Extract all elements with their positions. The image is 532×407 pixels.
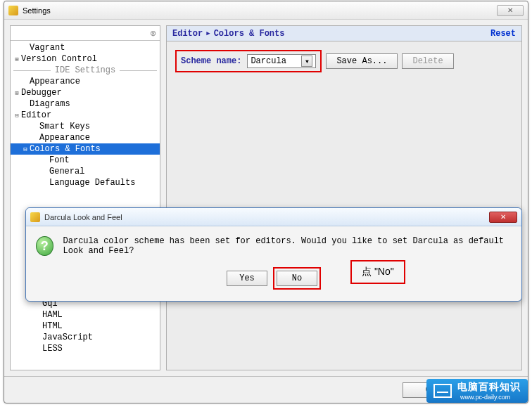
tree-item[interactable]: HAML: [11, 309, 160, 321]
settings-sidebar: ⊗ Vagrant ⊞Version Control IDE Settings …: [10, 25, 160, 370]
scheme-name-value: Darcula: [251, 56, 286, 66]
delete-button: Delete: [402, 53, 453, 69]
tree-item[interactable]: ⊞Debugger: [11, 87, 160, 98]
settings-tree[interactable]: Vagrant ⊞Version Control IDE Settings Ap…: [11, 41, 160, 370]
scheme-name-dropdown[interactable]: Darcula ▼: [247, 54, 316, 68]
no-button[interactable]: No: [277, 271, 317, 286]
monitor-icon: [433, 384, 452, 398]
tree-item[interactable]: JavaScript: [11, 332, 160, 343]
sidebar-search-row: ⊗: [11, 26, 160, 41]
question-icon: ?: [36, 236, 53, 256]
dialog-body: ? Darcula color scheme has been set for …: [26, 226, 521, 301]
watermark-url: www.pc-daily.com: [460, 394, 521, 401]
save-as-button[interactable]: Save As...: [326, 53, 398, 69]
tree-item[interactable]: ⊞Version Control: [11, 53, 160, 65]
tree-item-colors-fonts[interactable]: ⊟Colors & Fonts: [11, 143, 160, 155]
dialog-title: Darcula Look and Feel: [44, 213, 122, 221]
breadcrumb: Editor ▶ Colors & Fonts Reset: [167, 26, 521, 41]
window-close-button[interactable]: ✕: [497, 5, 524, 16]
tree-item[interactable]: Vagrant: [11, 42, 160, 53]
sidebar-search-input[interactable]: [13, 27, 148, 39]
tree-item[interactable]: Diagrams: [11, 98, 160, 110]
settings-window: Settings ✕ ⊗ Vagrant ⊞Version Control ID…: [4, 1, 528, 403]
tree-item[interactable]: ⊟Editor: [11, 110, 160, 121]
tree-item[interactable]: Smart Keys: [11, 121, 160, 132]
dialog-message: Darcula color scheme has been set for ed…: [63, 236, 512, 256]
titlebar: Settings ✕: [4, 1, 528, 20]
yes-button[interactable]: Yes: [227, 271, 267, 286]
highlight-scheme: Scheme name: Darcula ▼: [175, 50, 322, 72]
clear-search-icon[interactable]: ⊗: [148, 29, 157, 37]
chevron-right-icon: ▶: [206, 30, 210, 37]
confirm-dialog: Darcula Look and Feel ✕ ? Darcula color …: [25, 207, 522, 302]
tree-item[interactable]: Appearance: [11, 132, 160, 143]
scheme-row: Scheme name: Darcula ▼ Save As... Delete: [167, 41, 521, 81]
window-title: Settings: [23, 6, 51, 15]
breadcrumb-item[interactable]: Editor: [172, 29, 203, 39]
annotation-click-no: 点 "No": [350, 260, 405, 284]
tree-item[interactable]: Font: [11, 155, 160, 166]
reset-link[interactable]: Reset: [490, 29, 516, 39]
content-area: ⊗ Vagrant ⊞Version Control IDE Settings …: [4, 20, 528, 376]
app-icon: [30, 212, 40, 222]
tree-item[interactable]: General: [11, 166, 160, 177]
main-panel: Editor ▶ Colors & Fonts Reset Scheme nam…: [166, 25, 522, 370]
tree-item[interactable]: Appearance: [11, 76, 160, 87]
dialog-close-button[interactable]: ✕: [489, 212, 517, 223]
ide-settings-divider: IDE Settings: [11, 65, 160, 76]
app-icon: [8, 6, 18, 15]
breadcrumb-item: Colors & Fonts: [214, 29, 285, 39]
dialog-titlebar: Darcula Look and Feel ✕: [26, 208, 521, 226]
tree-item[interactable]: LESS: [11, 343, 160, 354]
chevron-down-icon[interactable]: ▼: [301, 56, 312, 67]
tree-item[interactable]: HTML: [11, 321, 160, 332]
watermark: 电脑百科知识 www.pc-daily.com: [426, 379, 528, 403]
scheme-name-label: Scheme name:: [181, 56, 241, 66]
tree-item[interactable]: Language Defaults: [11, 177, 160, 188]
watermark-text: 电脑百科知识: [457, 381, 521, 394]
dialog-button-row: Yes No: [36, 267, 512, 290]
